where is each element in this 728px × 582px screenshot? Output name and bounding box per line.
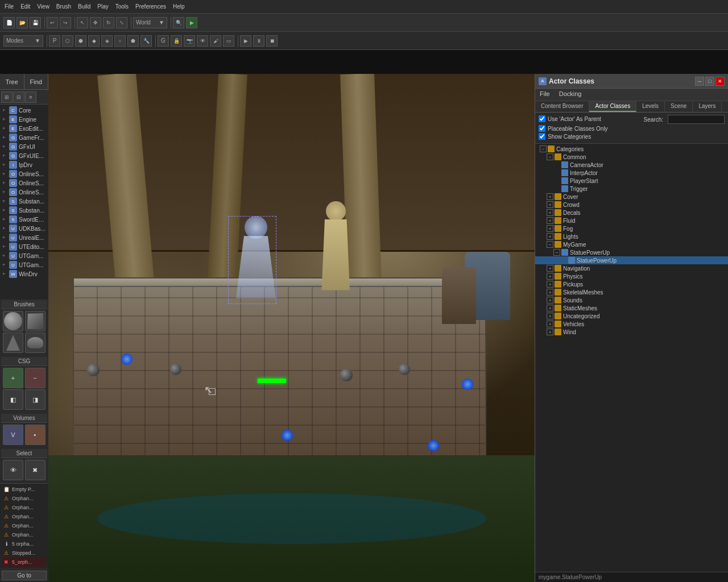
node-playerstart-row[interactable]: PlayerStart <box>535 177 728 185</box>
node-interp-row[interactable]: InterpActor <box>535 169 728 177</box>
expand-uncategorized[interactable]: + <box>547 313 553 319</box>
play-btn2[interactable]: ▶ <box>240 35 251 47</box>
node-statuepowerup-folder-row[interactable]: − StatuePowerUp <box>535 248 728 256</box>
mode-btn-5[interactable]: ◈ <box>101 35 113 47</box>
rect-btn[interactable]: ▭ <box>223 35 234 47</box>
redo-btn[interactable]: ↪ <box>60 17 71 28</box>
tree-item-onlines3[interactable]: + O OnlineS... <box>0 188 48 197</box>
node-pickups-row[interactable]: + Pickups <box>535 280 728 288</box>
lock-btn[interactable]: 🔒 <box>171 35 182 47</box>
tab-docu[interactable]: Docu... <box>722 101 728 112</box>
close-button[interactable]: ✕ <box>715 77 725 86</box>
expand-sounds[interactable]: + <box>547 297 553 304</box>
tree-item-gfxuie[interactable]: + G GFxUIE... <box>0 151 48 160</box>
tree-item-windrv[interactable]: + W WinDrv <box>0 269 48 278</box>
node-sounds-row[interactable]: + Sounds <box>535 296 728 304</box>
tree-item-onlines1[interactable]: + O OnlineS... <box>0 169 48 178</box>
menu-edit[interactable]: Edit <box>20 3 30 10</box>
mode-btn-6[interactable]: ○ <box>114 35 126 47</box>
left-tool-3[interactable]: ≡ <box>25 92 36 103</box>
node-common-row[interactable]: − Common <box>535 153 728 161</box>
mode-btn-2[interactable]: ⬡ <box>62 35 73 47</box>
scale-tool[interactable]: ⤡ <box>116 17 127 28</box>
csg-btn4[interactable]: ◨ <box>25 389 46 410</box>
menu-build[interactable]: Build <box>78 3 90 10</box>
camera-btn[interactable]: 📷 <box>184 35 195 47</box>
goto-button[interactable]: Go to <box>2 571 47 580</box>
node-navigation-row[interactable]: + Navigation <box>535 264 728 272</box>
node-statuepowerup-leaf-row[interactable]: StatuePowerUp <box>535 256 728 264</box>
sel-btn2[interactable]: ✖ <box>25 460 46 480</box>
rotate-tool[interactable]: ↻ <box>103 17 114 28</box>
mode-btn-3[interactable]: ⬢ <box>75 35 86 47</box>
select-tool[interactable]: ↖ <box>77 17 88 28</box>
status-orphan3[interactable]: ⚠ Orphan... <box>2 512 46 521</box>
tab-scene[interactable]: Scene <box>665 101 693 112</box>
node-decals-row[interactable]: + Decals <box>535 209 728 217</box>
expand-decals[interactable]: + <box>547 209 553 216</box>
tab-content-browser[interactable]: Content Browser <box>535 101 589 112</box>
node-cover-row[interactable]: + Cover <box>535 193 728 201</box>
new-btn[interactable]: 📄 <box>3 17 15 28</box>
expand-statuepowerup[interactable]: − <box>553 249 560 256</box>
expand-common[interactable]: − <box>547 153 553 160</box>
stop-btn[interactable]: ⏹ <box>266 35 278 47</box>
node-fluid-row[interactable]: + Fluid <box>535 217 728 225</box>
eye-btn[interactable]: 👁 <box>197 35 208 47</box>
csg-add[interactable]: + <box>3 368 23 388</box>
tree-item-utgam1[interactable]: + U UTGam... <box>0 251 48 260</box>
node-wind-row[interactable]: + Wind <box>535 328 728 336</box>
undo-btn[interactable]: ↩ <box>47 17 58 28</box>
node-camera-row[interactable]: CameraActor <box>535 161 728 169</box>
menu-preferences[interactable]: Preferences <box>135 3 166 10</box>
open-btn[interactable]: 📂 <box>16 17 28 28</box>
vol-btn1[interactable]: V <box>3 425 23 445</box>
tree-item-swordex[interactable]: + S SwordEx... <box>0 215 48 224</box>
expand-categories[interactable]: − <box>540 146 547 152</box>
mode-btn-4[interactable]: ◆ <box>88 35 100 47</box>
node-lights-row[interactable]: + Lights <box>535 232 728 240</box>
find-tab[interactable]: Find <box>24 74 49 89</box>
modes-dropdown[interactable]: Modes▼ <box>3 35 43 47</box>
tree-tab[interactable]: Tree <box>0 74 24 89</box>
expand-fluid[interactable]: + <box>547 217 553 224</box>
expand-cover[interactable]: + <box>547 193 553 200</box>
brush-cylinder[interactable] <box>25 332 46 353</box>
search-input[interactable] <box>668 115 725 124</box>
maximize-button[interactable]: □ <box>705 77 714 86</box>
tree-item-unreale[interactable]: + U UnrealE... <box>0 233 48 242</box>
tree-item-engine[interactable]: + E Engine <box>0 115 48 124</box>
tree-item-gameframework[interactable]: + G GameFr... <box>0 133 48 142</box>
tree-item-exoedit[interactable]: + E ExoEdit... <box>0 124 48 133</box>
status-orphan4[interactable]: ⚠ Orphan... <box>2 521 46 530</box>
menu-play[interactable]: Play <box>97 3 108 10</box>
vol-btn2[interactable]: ▪ <box>25 425 46 445</box>
csg-sub[interactable]: − <box>25 368 46 388</box>
paint-btn[interactable]: 🖌 <box>210 35 221 47</box>
status-empty[interactable]: 📋 Empty P... <box>2 485 46 494</box>
tree-item-udkbas[interactable]: + U UDKBas... <box>0 224 48 233</box>
move-tool[interactable]: ✥ <box>90 17 101 28</box>
pause-btn[interactable]: ⏸ <box>253 35 264 47</box>
node-physics-row[interactable]: + Physics <box>535 272 728 280</box>
status-5orph-error[interactable]: ✖ 5_orph... <box>2 558 46 567</box>
node-uncategorized-row[interactable]: + Uncategorized <box>535 312 728 320</box>
brush-cube[interactable] <box>25 311 46 331</box>
left-tool-2[interactable]: ⊟ <box>13 92 24 103</box>
tree-item-substan1[interactable]: + S Substan... <box>0 197 48 206</box>
expand-staticmeshes[interactable]: + <box>547 305 553 311</box>
expand-fog[interactable]: + <box>547 225 553 232</box>
expand-lights[interactable]: + <box>547 233 553 240</box>
tab-actor-classes[interactable]: Actor Classes <box>589 101 636 112</box>
node-crowd-row[interactable]: + Crowd <box>535 201 728 209</box>
main-viewport[interactable]: ↖ <box>48 74 535 582</box>
panel-menu-docking[interactable]: Docking <box>555 89 586 101</box>
mode-btn-7[interactable]: ⬟ <box>127 35 139 47</box>
expand-wind[interactable]: + <box>547 329 553 335</box>
menu-tools[interactable]: Tools <box>115 3 129 10</box>
brush-cone[interactable] <box>3 332 23 353</box>
mode-btn-1[interactable]: P <box>49 35 60 47</box>
tree-item-utedito[interactable]: + U UTEdito... <box>0 242 48 251</box>
node-trigger-row[interactable]: Trigger <box>535 185 728 193</box>
use-actor-checkbox[interactable] <box>539 115 545 122</box>
